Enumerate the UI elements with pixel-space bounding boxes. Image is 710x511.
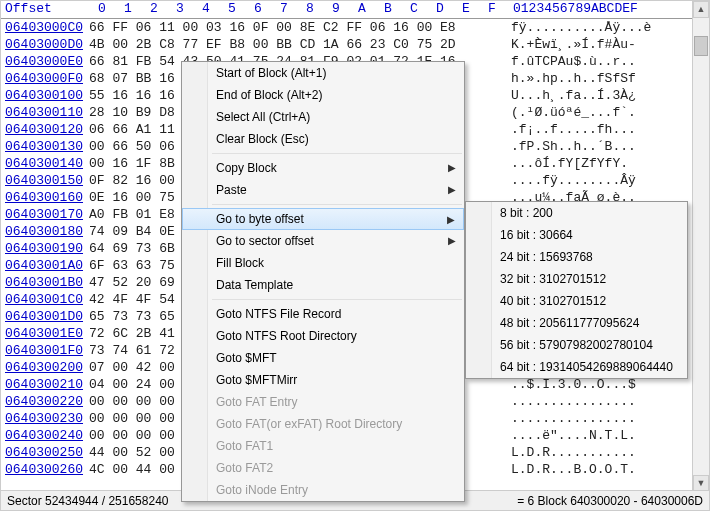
menu-item[interactable]: Goto $MFTMirr xyxy=(182,369,464,391)
hex-col-4: 4 xyxy=(193,1,219,18)
row-address[interactable]: 06403000C0 xyxy=(1,19,89,36)
menu-separator xyxy=(212,299,462,300)
row-address[interactable]: 06403001C0 xyxy=(1,291,89,308)
hex-col-3: 3 xyxy=(167,1,193,18)
menu-separator xyxy=(212,204,462,205)
row-ascii[interactable]: fÿ..........Åÿ...è xyxy=(507,19,709,36)
row-ascii[interactable]: L.D.R...B.O.O.T. xyxy=(507,461,709,478)
hex-col-E: E xyxy=(453,1,479,18)
row-address[interactable]: 0640300260 xyxy=(1,461,89,478)
row-address[interactable]: 0640300230 xyxy=(1,410,89,427)
menu-item[interactable]: Paste▶ xyxy=(182,179,464,201)
submenu-arrow-icon: ▶ xyxy=(447,214,455,225)
row-address[interactable]: 06403001D0 xyxy=(1,308,89,325)
menu-item[interactable]: End of Block (Alt+2) xyxy=(182,84,464,106)
menu-item[interactable]: Clear Block (Esc) xyxy=(182,128,464,150)
hex-col-8: 8 xyxy=(297,1,323,18)
row-ascii[interactable]: (.¹Ø.üóªé_...f`. xyxy=(507,104,709,121)
hex-col-D: D xyxy=(427,1,453,18)
menu-item: Goto FAT2 xyxy=(182,457,464,479)
row-ascii[interactable]: f.ûTCPAu$.ù..r.. xyxy=(507,53,709,70)
submenu-item[interactable]: 48 bit : 205611777095624 xyxy=(466,312,687,334)
row-ascii[interactable]: L.D.R........... xyxy=(507,444,709,461)
row-address[interactable]: 06403001B0 xyxy=(1,274,89,291)
row-ascii[interactable]: ................ xyxy=(507,410,709,427)
row-hex[interactable]: 4B 00 2B C8 77 EF B8 00 BB CD 1A 66 23 C… xyxy=(89,36,507,53)
hex-row[interactable]: 06403000C066 FF 06 11 00 03 16 0F 00 8E … xyxy=(1,19,709,36)
row-address[interactable]: 0640300180 xyxy=(1,223,89,240)
scroll-up-button[interactable]: ▲ xyxy=(693,1,709,18)
row-ascii[interactable]: K.+Èwï¸.»Í.f#Àu- xyxy=(507,36,709,53)
hex-col-2: 2 xyxy=(141,1,167,18)
row-address[interactable]: 0640300150 xyxy=(1,172,89,189)
hex-col-7: 7 xyxy=(271,1,297,18)
row-address[interactable]: 0640300240 xyxy=(1,427,89,444)
row-address[interactable]: 0640300220 xyxy=(1,393,89,410)
menu-item[interactable]: Goto NTFS File Record xyxy=(182,303,464,325)
hex-col-C: C xyxy=(401,1,427,18)
row-address[interactable]: 06403000F0 xyxy=(1,70,89,87)
row-address[interactable]: 06403000D0 xyxy=(1,36,89,53)
submenu-arrow-icon: ▶ xyxy=(448,184,456,195)
menu-item[interactable]: Go to byte offset▶ xyxy=(182,208,464,230)
row-address[interactable]: 0640300170 xyxy=(1,206,89,223)
submenu-item[interactable]: 24 bit : 15693768 xyxy=(466,246,687,268)
row-ascii[interactable]: U...h¸.fa..Í.3À¿ xyxy=(507,87,709,104)
row-ascii[interactable]: .fP.Sh..h..´B... xyxy=(507,138,709,155)
submenu-item[interactable]: 32 bit : 3102701512 xyxy=(466,268,687,290)
row-address[interactable]: 0640300130 xyxy=(1,138,89,155)
ascii-header: 0123456789ABCDEF xyxy=(507,1,709,18)
goto-byte-offset-submenu[interactable]: 8 bit : 20016 bit : 3066424 bit : 156937… xyxy=(465,201,688,379)
row-ascii[interactable]: ...ôÍ.fY[ZfYfY. xyxy=(507,155,709,172)
status-right: = 6 Block 640300020 - 64030006D xyxy=(517,494,703,508)
row-hex[interactable]: 66 FF 06 11 00 03 16 0F 00 8E C2 FF 06 1… xyxy=(89,19,507,36)
menu-item[interactable]: Goto $MFT xyxy=(182,347,464,369)
menu-item[interactable]: Copy Block▶ xyxy=(182,157,464,179)
context-menu[interactable]: Start of Block (Alt+1)End of Block (Alt+… xyxy=(181,61,465,502)
row-ascii[interactable]: h.».hp..h..fSfSf xyxy=(507,70,709,87)
menu-separator xyxy=(212,153,462,154)
hex-headers: 0123456789ABCDEF xyxy=(89,1,507,18)
row-address[interactable]: 0640300140 xyxy=(1,155,89,172)
submenu-item[interactable]: 16 bit : 30664 xyxy=(466,224,687,246)
row-address[interactable]: 0640300110 xyxy=(1,104,89,121)
row-address[interactable]: 06403001E0 xyxy=(1,325,89,342)
hex-col-A: A xyxy=(349,1,375,18)
row-ascii[interactable]: .f¡..f.....fh... xyxy=(507,121,709,138)
submenu-arrow-icon: ▶ xyxy=(448,162,456,173)
hex-col-F: F xyxy=(479,1,505,18)
menu-item[interactable]: Start of Block (Alt+1) xyxy=(182,62,464,84)
menu-item[interactable]: Fill Block xyxy=(182,252,464,274)
row-ascii[interactable]: ................ xyxy=(507,393,709,410)
submenu-item[interactable]: 8 bit : 200 xyxy=(466,202,687,224)
row-address[interactable]: 06403000E0 xyxy=(1,53,89,70)
status-left: Sector 52434944 / 251658240 xyxy=(7,494,168,508)
row-address[interactable]: 0640300210 xyxy=(1,376,89,393)
submenu-item[interactable]: 64 bit : 19314054269889064440 xyxy=(466,356,687,378)
row-address[interactable]: 0640300100 xyxy=(1,87,89,104)
row-ascii[interactable]: ....fÿ........Âÿ xyxy=(507,172,709,189)
row-address[interactable]: 0640300120 xyxy=(1,121,89,138)
menu-item[interactable]: Go to sector offset▶ xyxy=(182,230,464,252)
row-address[interactable]: 06403001F0 xyxy=(1,342,89,359)
row-ascii[interactable]: ....ë"....N.T.L. xyxy=(507,427,709,444)
scroll-thumb[interactable] xyxy=(694,36,708,56)
menu-item[interactable]: Data Template xyxy=(182,274,464,296)
hex-row[interactable]: 06403000D04B 00 2B C8 77 EF B8 00 BB CD … xyxy=(1,36,709,53)
header: Offset 0123456789ABCDEF 0123456789ABCDEF xyxy=(1,1,709,19)
row-address[interactable]: 06403001A0 xyxy=(1,257,89,274)
hex-col-6: 6 xyxy=(245,1,271,18)
menu-item[interactable]: Select All (Ctrl+A) xyxy=(182,106,464,128)
offset-header: Offset xyxy=(1,1,89,18)
submenu-item[interactable]: 56 bit : 57907982002780104 xyxy=(466,334,687,356)
hex-col-5: 5 xyxy=(219,1,245,18)
menu-item[interactable]: Goto NTFS Root Directory xyxy=(182,325,464,347)
row-address[interactable]: 0640300190 xyxy=(1,240,89,257)
row-address[interactable]: 0640300160 xyxy=(1,189,89,206)
row-address[interactable]: 0640300250 xyxy=(1,444,89,461)
hex-col-0: 0 xyxy=(89,1,115,18)
hex-col-1: 1 xyxy=(115,1,141,18)
submenu-item[interactable]: 40 bit : 3102701512 xyxy=(466,290,687,312)
row-address[interactable]: 0640300200 xyxy=(1,359,89,376)
vertical-scrollbar[interactable]: ▲ ▼ xyxy=(692,1,709,492)
